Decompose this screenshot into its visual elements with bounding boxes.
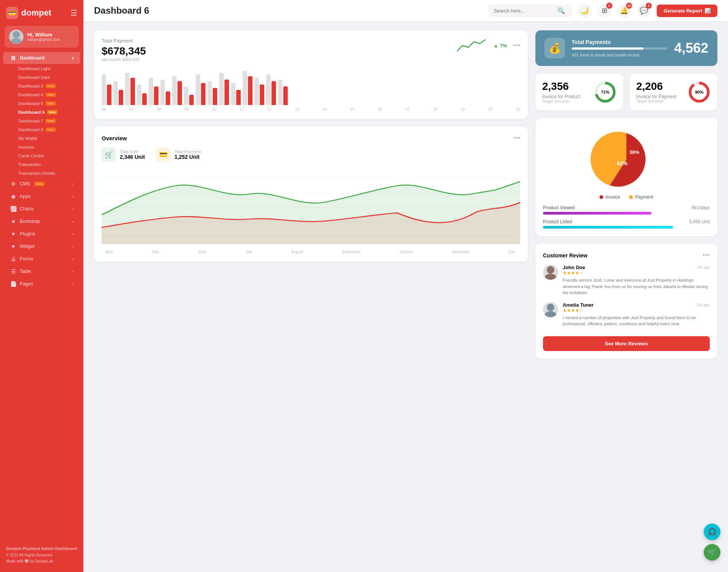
user-name: Hi, William bbox=[27, 32, 60, 38]
nav-label-plugins: Plugins bbox=[20, 231, 35, 237]
x-axis-label: November bbox=[452, 250, 469, 254]
sidebar-item-dashboard-8[interactable]: Dashboard 8 New bbox=[3, 125, 80, 134]
nav-label-cms: CMS bbox=[20, 181, 30, 186]
invoice-product-pct: 71% bbox=[601, 90, 609, 94]
search-input[interactable] bbox=[494, 8, 554, 14]
chevron-right-icon-6: › bbox=[72, 244, 74, 249]
sidebar-item-dashboard-3[interactable]: Dashboard 3 New bbox=[3, 82, 80, 90]
bar-chart-labels: 06070809101112131415161718192021 bbox=[102, 105, 520, 111]
apps-button[interactable]: ⊞ 2 bbox=[598, 4, 611, 17]
bar-red-6 bbox=[177, 81, 182, 105]
hamburger-icon[interactable]: ☰ bbox=[71, 8, 77, 17]
nav-item-pages[interactable]: 📄 Pages › bbox=[3, 278, 80, 290]
bar-label: 12 bbox=[267, 107, 271, 111]
left-column: Total Payment $678,345 last month $563,4… bbox=[94, 30, 528, 563]
overview-menu-button[interactable]: ••• bbox=[513, 134, 520, 142]
review-menu-button[interactable]: ••• bbox=[703, 251, 710, 259]
plugins-icon: ♥ bbox=[10, 231, 17, 237]
notifications-button[interactable]: 🔔 12 bbox=[617, 4, 631, 17]
support-float-button[interactable]: 🎧 bbox=[704, 523, 720, 540]
review-1-time: 5m ago bbox=[697, 265, 710, 270]
bar-group-3 bbox=[137, 85, 147, 105]
nav-item-cms[interactable]: ⚙ CMS New › bbox=[3, 178, 80, 190]
invoice-payment-label: Invoice for Payment bbox=[636, 94, 676, 99]
review-2-meta: Amelia Tuner 10h ago bbox=[563, 302, 710, 308]
sidebar-item-dashboard-4[interactable]: Dashboard 4 New bbox=[3, 91, 80, 99]
theme-toggle-button[interactable]: 🌙 bbox=[578, 4, 592, 17]
bar-red-8 bbox=[201, 83, 206, 105]
nav-item-forms[interactable]: 🖨 Forms › bbox=[3, 253, 80, 265]
bar-red-0 bbox=[107, 85, 111, 105]
payment-icon: 💳 bbox=[156, 147, 171, 162]
bar-label: 20 bbox=[488, 107, 493, 111]
cart-icon: 🛒 bbox=[708, 548, 716, 556]
nav-label-apps: Apps bbox=[20, 194, 31, 199]
generate-report-label: Generate Report bbox=[664, 8, 702, 14]
chevron-down-icon: ▾ bbox=[72, 56, 74, 60]
overview-header: Overview ••• bbox=[102, 134, 520, 142]
bar-red-13 bbox=[260, 85, 264, 105]
total-payment-stat: 💳 Total Payment 1,252 Unit bbox=[156, 147, 201, 162]
nav-item-bootstrap[interactable]: ★ Bootstrap › bbox=[3, 215, 80, 227]
payment-menu-button[interactable]: ••• bbox=[513, 42, 520, 50]
sidebar-item-dashboard-6[interactable]: Dashboard 6 New bbox=[3, 108, 80, 116]
nav-section: ⊞ Dashboard ▾ Dashboard Light Dashboard … bbox=[0, 52, 83, 541]
nav-item-table[interactable]: ☰ Table › bbox=[3, 265, 80, 277]
invoice-product-donut: 71% bbox=[594, 81, 617, 103]
product-listed-label: Product Listed bbox=[543, 219, 572, 224]
sidebar-item-dashboard-light[interactable]: Dashboard Light bbox=[3, 64, 80, 73]
pages-icon: 📄 bbox=[10, 281, 17, 287]
nav-item-charts[interactable]: 📈 Charts › bbox=[3, 203, 80, 215]
nav-item-apps[interactable]: ◉ Apps › bbox=[3, 190, 80, 202]
review-1-meta: John Doe 5m ago bbox=[563, 265, 710, 270]
floating-buttons: 🎧 🛒 bbox=[704, 523, 720, 561]
chevron-right-icon-9: › bbox=[72, 282, 74, 286]
banner-count: 4,562 bbox=[674, 40, 708, 56]
x-axis-label: April bbox=[105, 250, 113, 254]
sidebar-item-dashboard-5[interactable]: Dashboard 5 New bbox=[3, 99, 80, 108]
legend-payment: Payment bbox=[629, 194, 653, 200]
total-payments-banner: 💰 Total Payments 431 more to break last … bbox=[535, 30, 717, 66]
bar-red-1 bbox=[119, 90, 123, 105]
bar-label: 21 bbox=[516, 107, 520, 111]
review-item-1: John Doe 5m ago ★★★★★ Friendly service J… bbox=[543, 265, 710, 296]
bar-group-10 bbox=[219, 73, 229, 105]
sidebar-item-dashboard-7[interactable]: Dashboard 7 New bbox=[3, 117, 80, 125]
sale-info: Total Sale 2,346 Unit bbox=[120, 149, 145, 160]
invoice-product-label: Invoice for Product bbox=[542, 94, 580, 99]
bar-grey-6 bbox=[172, 76, 177, 105]
trend-badge: ▲ 7% bbox=[493, 43, 507, 49]
pie-section: 62% 38% Invoice Payment bbox=[535, 118, 717, 236]
nav-item-widget[interactable]: ♥ Widget › bbox=[3, 240, 80, 252]
payment-label: Total Payment $678,345 last month $563,4… bbox=[102, 38, 146, 62]
cart-float-button[interactable]: 🛒 bbox=[704, 544, 720, 561]
banner-icon: 💰 bbox=[544, 38, 565, 58]
tp-label: Total Payment bbox=[174, 149, 201, 154]
sidebar-item-transaction[interactable]: Transaction bbox=[3, 160, 80, 169]
sidebar-item-cards-center[interactable]: Cards Center bbox=[3, 152, 80, 160]
sidebar-item-my-wallet[interactable]: My Wallet bbox=[3, 134, 80, 143]
nav-item-dashboard[interactable]: ⊞ Dashboard ▾ bbox=[3, 52, 80, 64]
user-card[interactable]: Hi, William william@gmail.com bbox=[5, 26, 79, 48]
sidebar-item-dashboard-dark[interactable]: Dashboard Dark bbox=[3, 73, 80, 81]
pie-chart: 62% 38% bbox=[543, 129, 710, 190]
see-more-reviews-button[interactable]: See More Reviews bbox=[543, 336, 710, 351]
bar-group-13 bbox=[254, 78, 264, 105]
messages-button[interactable]: 💬 5 bbox=[637, 4, 651, 17]
bar-label: 13 bbox=[295, 107, 299, 111]
trend-up-icon: ▲ bbox=[493, 43, 498, 49]
reviewer-1-avatar bbox=[543, 265, 558, 280]
table-icon: ☰ bbox=[10, 268, 17, 274]
sidebar-logo[interactable]: 💳 dompet bbox=[6, 7, 51, 19]
apps-badge: 2 bbox=[606, 3, 612, 9]
invoice-payment-donut: 90% bbox=[688, 81, 711, 103]
sale-icon: 🛒 bbox=[102, 147, 116, 162]
nav-item-plugins[interactable]: ♥ Plugins › bbox=[3, 228, 80, 240]
bar-grey-8 bbox=[196, 74, 200, 105]
sidebar-item-transaction-details[interactable]: Transaction Details bbox=[3, 169, 80, 177]
generate-report-button[interactable]: Generate Report 📊 bbox=[657, 5, 717, 17]
sidebar-item-invoices[interactable]: Invoices bbox=[3, 143, 80, 151]
bar-label: 14 bbox=[323, 107, 327, 111]
svg-point-1 bbox=[11, 38, 22, 44]
bar-grey-13 bbox=[254, 78, 259, 105]
